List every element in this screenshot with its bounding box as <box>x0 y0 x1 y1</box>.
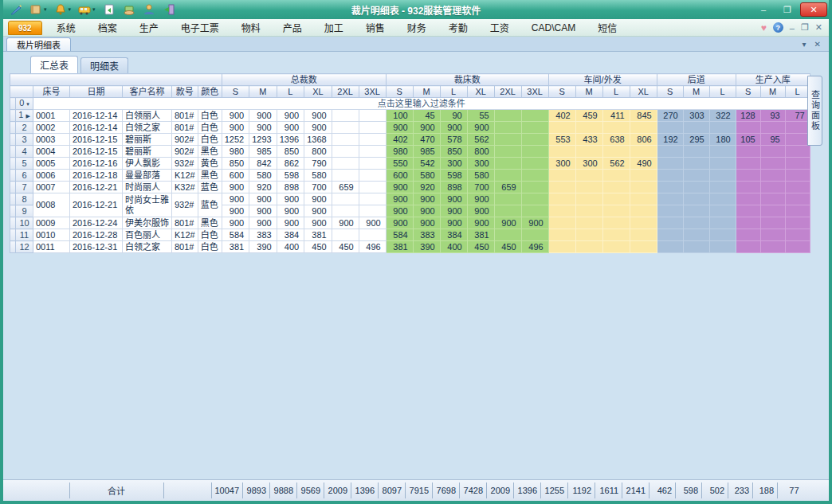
grid-cell[interactable] <box>630 241 657 253</box>
grid-cell[interactable] <box>494 110 521 122</box>
grid-cell[interactable]: 902# <box>172 134 198 146</box>
maximize-button[interactable]: ❐ <box>776 2 799 17</box>
grid-cell[interactable]: 2016-12-16 <box>70 158 123 170</box>
grid-cell[interactable] <box>359 193 386 205</box>
grid-cell[interactable]: 985 <box>249 146 277 158</box>
grid-cell[interactable]: 638 <box>602 134 630 146</box>
grid-cell[interactable] <box>760 170 785 182</box>
grid-cell[interactable] <box>760 229 785 241</box>
column-header[interactable]: M <box>249 86 277 98</box>
grid-cell[interactable]: 402 <box>386 134 413 146</box>
grid-cell[interactable]: 381 <box>386 241 413 253</box>
grid-cell[interactable]: 850 <box>277 146 304 158</box>
grid-cell[interactable] <box>359 229 386 241</box>
grid-cell[interactable] <box>359 134 386 146</box>
grid-cell[interactable] <box>548 170 575 182</box>
grid-cell[interactable]: 900 <box>277 205 304 217</box>
grid-cell[interactable]: 碧丽斯 <box>123 146 172 158</box>
grid-cell[interactable]: 1293 <box>249 134 277 146</box>
grid-cell[interactable] <box>657 217 683 229</box>
subtab-明细表[interactable]: 明细表 <box>80 57 128 73</box>
grid-cell[interactable] <box>657 158 683 170</box>
menu-item[interactable]: 考勤 <box>438 21 479 34</box>
grid-cell[interactable] <box>575 146 602 158</box>
grid-cell[interactable] <box>657 122 683 134</box>
grid-cell[interactable]: 700 <box>467 182 494 193</box>
grid-cell[interactable] <box>575 217 602 229</box>
grid-cell[interactable]: 900 <box>249 122 277 134</box>
grid-cell[interactable]: 白领之家 <box>123 241 172 253</box>
column-header[interactable]: S <box>548 86 575 98</box>
grid-cell[interactable]: 时尚丽人 <box>123 182 172 193</box>
grid-cell[interactable] <box>494 158 521 170</box>
help-icon[interactable]: ? <box>773 22 783 33</box>
grid-cell[interactable]: 900 <box>249 110 277 122</box>
grid-cell[interactable]: 900 <box>413 217 440 229</box>
grid-cell[interactable]: 黄色 <box>198 158 222 170</box>
tab-list-dropdown-icon[interactable]: ▾ <box>803 40 806 49</box>
grid-cell[interactable]: 303 <box>683 110 709 122</box>
book-icon[interactable]: ▾ <box>29 3 47 16</box>
grid-cell[interactable]: 900 <box>440 205 467 217</box>
grid-cell[interactable]: 920 <box>413 182 440 193</box>
grid-cell[interactable]: 450 <box>332 241 359 253</box>
grid-cell[interactable]: 900 <box>277 193 304 205</box>
grid-cell[interactable]: 578 <box>440 134 467 146</box>
row-number[interactable]: 5 <box>16 158 33 170</box>
grid-cell[interactable]: 0002 <box>33 122 70 134</box>
column-header[interactable]: XL <box>304 86 332 98</box>
grid-cell[interactable]: 900 <box>386 122 413 134</box>
grid-cell[interactable]: 105 <box>736 134 760 146</box>
grid-cell[interactable]: 900 <box>249 205 277 217</box>
grid-cell[interactable] <box>359 122 386 134</box>
grid-cell[interactable]: 300 <box>548 158 575 170</box>
grid-cell[interactable] <box>359 205 386 217</box>
grid-cell[interactable] <box>630 182 657 193</box>
grid-cell[interactable]: 蓝色 <box>198 182 222 193</box>
dropdown-arrow-icon[interactable]: ▾ <box>92 6 96 13</box>
grid-cell[interactable] <box>575 122 602 134</box>
grid-cell[interactable] <box>630 146 657 158</box>
grid-cell[interactable] <box>630 217 657 229</box>
grid-cell[interactable]: 490 <box>630 158 657 170</box>
grid-cell[interactable] <box>521 193 548 205</box>
grid-cell[interactable]: 790 <box>304 158 332 170</box>
grid-cell[interactable]: 800 <box>467 146 494 158</box>
ribbon-minimize-icon[interactable]: ‒ <box>790 23 795 33</box>
grid-cell[interactable] <box>683 205 709 217</box>
tab-cut-piece-detail[interactable]: 裁片明细表 <box>6 37 71 51</box>
row-number[interactable]: 1 ▶ <box>16 110 33 122</box>
grid-cell[interactable]: 900 <box>494 217 521 229</box>
grid-cell[interactable]: 598 <box>440 170 467 182</box>
grid-cell[interactable]: 白领丽人 <box>123 110 172 122</box>
row-number[interactable]: 6 <box>16 170 33 182</box>
grid-cell[interactable]: 862 <box>277 158 304 170</box>
grid-cell[interactable]: 0007 <box>33 182 70 193</box>
grid-cell[interactable]: 580 <box>304 170 332 182</box>
grid-cell[interactable]: 542 <box>413 158 440 170</box>
grid-cell[interactable]: 801# <box>172 217 198 229</box>
grid-cell[interactable]: 900 <box>277 217 304 229</box>
grid-cell[interactable]: 900 <box>413 193 440 205</box>
filter-input[interactable]: 点击这里输入过滤条件 <box>33 98 810 110</box>
app-logo-button[interactable]: 932 <box>8 21 42 35</box>
grid-cell[interactable] <box>332 146 359 158</box>
grid-cell[interactable]: 2016-12-14 <box>70 122 123 134</box>
grid-cell[interactable]: 580 <box>467 170 494 182</box>
bus-icon[interactable]: ▾ <box>78 3 96 16</box>
dropdown-arrow-icon[interactable]: ▾ <box>69 6 72 13</box>
grid-cell[interactable] <box>332 229 359 241</box>
grid-cell[interactable]: 898 <box>440 182 467 193</box>
grid-cell[interactable]: 2016-12-18 <box>70 170 123 182</box>
grid-cell[interactable]: 900 <box>249 193 277 205</box>
grid-cell[interactable] <box>683 182 709 193</box>
grid-cell[interactable]: 932# <box>172 193 198 217</box>
exit-icon[interactable] <box>163 3 175 16</box>
menu-item[interactable]: 档案 <box>87 21 128 34</box>
grid-cell[interactable]: 黑色 <box>198 170 222 182</box>
grid-cell[interactable]: 496 <box>521 241 548 253</box>
grid-cell[interactable]: 900 <box>249 217 277 229</box>
grid-cell[interactable]: 450 <box>467 241 494 253</box>
column-header[interactable]: 客户名称 <box>123 86 172 98</box>
grid-cell[interactable] <box>575 170 602 182</box>
